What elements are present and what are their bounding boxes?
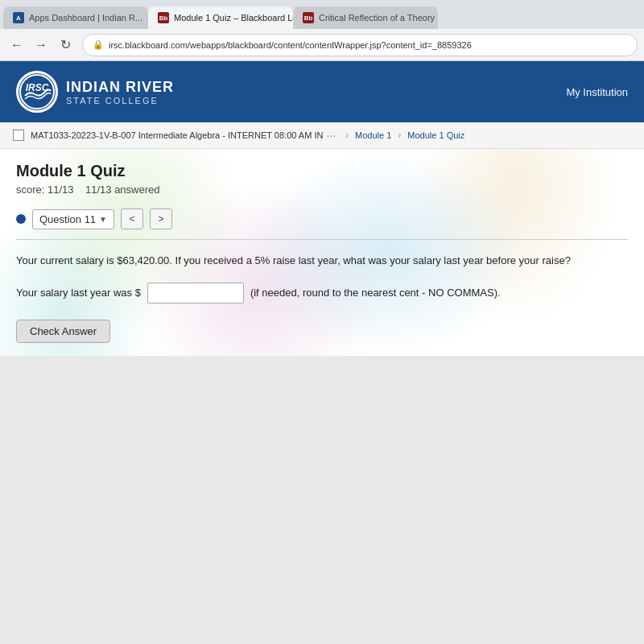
breadcrumb-nav: MAT1033-20223-1V-B-007 Intermediate Alge… bbox=[0, 122, 644, 149]
question-dropdown[interactable]: Question 11 ▼ bbox=[32, 209, 114, 229]
url-text: irsc.blackboard.com/webapps/blackboard/c… bbox=[109, 40, 472, 50]
tab-2[interactable]: Bb Module 1 Quiz – Blackboard Le ✕ bbox=[148, 6, 293, 29]
forward-button[interactable]: → bbox=[31, 35, 52, 56]
question-selector: Question 11 ▼ < > bbox=[16, 208, 628, 240]
address-bar: ← → ↻ 🔒 irsc.blackboard.com/webapps/blac… bbox=[0, 29, 644, 61]
my-institution-link[interactable]: My Institution bbox=[566, 86, 628, 98]
module-link[interactable]: Module 1 bbox=[355, 130, 391, 140]
reload-button[interactable]: ↻ bbox=[55, 35, 76, 56]
breadcrumb-sep1: › bbox=[345, 130, 349, 141]
prev-question-button[interactable]: < bbox=[121, 208, 143, 229]
answer-suffix: (if needed, round to the nearest cent - … bbox=[250, 287, 501, 299]
lock-icon: 🔒 bbox=[93, 39, 104, 50]
answer-row: Your salary last year was $ (if needed, … bbox=[16, 283, 628, 303]
irsc-logo: IRSC Indian River State College bbox=[16, 71, 174, 113]
score-label: score: 11/13 bbox=[16, 184, 74, 196]
back-button[interactable]: ← bbox=[6, 35, 27, 56]
tab3-favicon: Bb bbox=[303, 12, 314, 23]
tab1-label: Apps Dashboard | Indian R... bbox=[29, 13, 142, 23]
next-question-button[interactable]: > bbox=[150, 208, 172, 229]
answered-label: 11/13 answered bbox=[85, 184, 160, 196]
question-label: Question 11 bbox=[39, 213, 96, 225]
tab2-favicon: Bb bbox=[158, 12, 169, 23]
tab-1[interactable]: A Apps Dashboard | Indian R... ✕ bbox=[3, 6, 148, 29]
check-answer-button[interactable]: Check Answer bbox=[16, 320, 110, 343]
question-dot bbox=[16, 214, 26, 224]
irsc-emblem: IRSC bbox=[16, 71, 58, 113]
quiz-content: Module 1 Quiz score: 11/13 11/13 answere… bbox=[16, 162, 628, 343]
nav-checkbox[interactable] bbox=[13, 130, 24, 141]
breadcrumb-sep2: › bbox=[398, 130, 401, 141]
irsc-header: IRSC Indian River State College My Insti… bbox=[0, 61, 644, 122]
quiz-area: Module 1 Quiz score: 11/13 11/13 answere… bbox=[0, 149, 644, 356]
tab3-label: Critical Reflection of a Theory bbox=[319, 13, 435, 23]
url-bar[interactable]: 🔒 irsc.blackboard.com/webapps/blackboard… bbox=[82, 34, 638, 56]
course-name: MAT1033-20223-1V-B-007 Intermediate Alge… bbox=[31, 130, 323, 140]
answer-prefix: Your salary last year was $ bbox=[16, 287, 141, 299]
institution-title: Indian River bbox=[66, 79, 174, 96]
question-text: Your current salary is $63,420.00. If yo… bbox=[16, 253, 628, 270]
answer-input[interactable] bbox=[147, 283, 244, 303]
current-page-link[interactable]: Module 1 Quiz bbox=[407, 130, 464, 140]
irsc-text: Indian River State College bbox=[66, 79, 174, 105]
institution-subtitle: State College bbox=[66, 96, 174, 105]
tab-3[interactable]: Bb Critical Reflection of a Theory ✕ bbox=[293, 6, 438, 29]
browser-chrome: A Apps Dashboard | Indian R... ✕ Bb Modu… bbox=[0, 0, 644, 61]
quiz-title: Module 1 Quiz bbox=[16, 162, 628, 180]
tab1-favicon: A bbox=[13, 12, 24, 23]
page-content: IRSC Indian River State College My Insti… bbox=[0, 61, 644, 356]
tab-bar: A Apps Dashboard | Indian R... ✕ Bb Modu… bbox=[0, 0, 644, 29]
tab2-label: Module 1 Quiz – Blackboard Le bbox=[174, 13, 293, 23]
breadcrumb-ellipsis: ··· bbox=[326, 129, 336, 142]
svg-text:IRSC: IRSC bbox=[26, 82, 49, 93]
quiz-score: score: 11/13 11/13 answered bbox=[16, 184, 628, 196]
dropdown-arrow-icon: ▼ bbox=[99, 215, 107, 224]
nav-buttons: ← → ↻ bbox=[6, 35, 76, 56]
